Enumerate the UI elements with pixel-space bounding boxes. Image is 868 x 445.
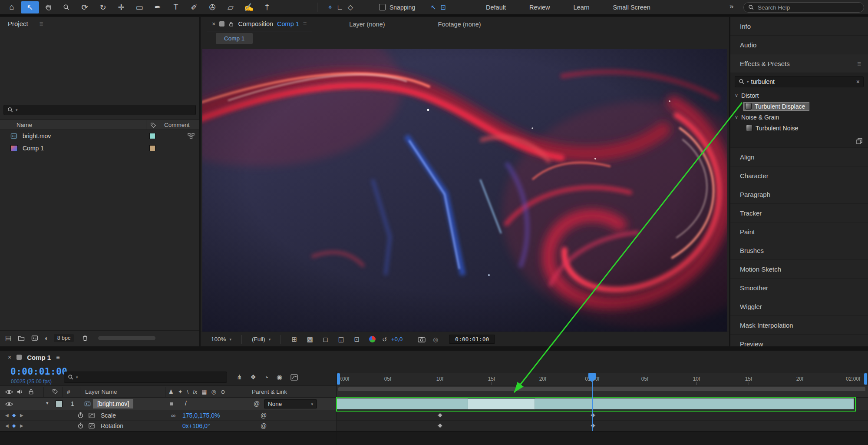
workspace-overflow-button[interactable]: »: [729, 2, 733, 11]
parent-dropdown[interactable]: None ▾: [264, 399, 317, 408]
roto-brush-tool-icon[interactable]: ✍: [240, 1, 258, 13]
close-icon[interactable]: ×: [212, 20, 215, 27]
snapshot-icon[interactable]: [418, 336, 426, 342]
mask-visibility-icon[interactable]: ◻: [320, 335, 331, 343]
graph-editor-icon[interactable]: [290, 374, 298, 381]
time-navigator-handle[interactable]: [864, 373, 867, 385]
motion-blur-switch-icon[interactable]: ◎: [211, 389, 216, 395]
panel-tab-mask-interpolation[interactable]: Mask Interpolation: [730, 316, 868, 335]
reset-exposure-icon[interactable]: ↺: [382, 336, 387, 343]
magnification-dropdown[interactable]: 100% ▾: [208, 335, 234, 343]
time-ruler[interactable]: 0:00f 05f 10f 15f 20f 01:00f 05f 10f 15f…: [337, 373, 868, 385]
resolution-dropdown[interactable]: (Full) ▾: [249, 335, 273, 343]
axis-world-icon[interactable]: ∟: [337, 3, 343, 11]
previous-keyframe-icon[interactable]: ◀: [5, 413, 9, 418]
panel-tab-paragraph[interactable]: Paragraph: [730, 185, 868, 204]
effects-group-noise-grain[interactable]: ∨ Noise & Grain: [730, 112, 868, 123]
lock-column-icon[interactable]: [28, 389, 34, 395]
draft-3d-icon[interactable]: ❖: [251, 373, 256, 381]
layer-expand-toggle[interactable]: ▾: [46, 400, 49, 406]
parent-pickwhip-icon[interactable]: @: [254, 400, 260, 407]
panel-tab-effects-presets[interactable]: Effects & Presets ≡: [730, 54, 868, 73]
layer-row[interactable]: ▾ 1 [bright.mov] / @ None ▾: [0, 398, 337, 410]
pixel-aspect-icon[interactable]: ⊡: [351, 335, 363, 343]
column-divider[interactable]: [160, 120, 160, 130]
column-divider[interactable]: [146, 120, 146, 130]
clear-search-icon[interactable]: ×: [856, 78, 860, 85]
mini-flowchart-icon[interactable]: ⋔: [237, 373, 242, 381]
workspace-tab-review[interactable]: Review: [518, 4, 562, 11]
frame-blend-icon[interactable]: ◔: [264, 374, 268, 381]
tab-footage[interactable]: Footage (none): [427, 21, 492, 28]
effect-item-turbulent-noise[interactable]: Turbulent Noise: [730, 123, 868, 133]
region-of-interest-icon[interactable]: ◱: [335, 335, 347, 343]
keyframe-indicator[interactable]: ◆: [12, 423, 16, 428]
next-keyframe-icon[interactable]: ▶: [20, 413, 23, 418]
panel-menu-icon[interactable]: ≡: [56, 354, 59, 361]
column-layer-name[interactable]: Layer Name: [85, 389, 117, 395]
current-time-indicator[interactable]: [592, 379, 593, 431]
effects-search-input[interactable]: ▾ turbulent ×: [735, 76, 864, 87]
panel-tab-smoother[interactable]: Smoother: [730, 279, 868, 297]
quality-switch[interactable]: /: [185, 400, 187, 407]
keyframe-indicator[interactable]: ◆: [12, 412, 16, 418]
snap-features-icon[interactable]: ⊡: [441, 3, 446, 11]
keyframe-diamond[interactable]: [590, 412, 596, 418]
bit-depth-button[interactable]: 8 bpc: [54, 334, 74, 342]
effects-group-distort[interactable]: ∨ Distort: [730, 90, 868, 101]
stopwatch-icon[interactable]: [77, 412, 84, 418]
workspace-tab-small-screen[interactable]: Small Screen: [601, 4, 662, 11]
next-keyframe-icon[interactable]: ▶: [20, 423, 23, 428]
rotation-value[interactable]: 0x+106,0°: [182, 422, 210, 429]
time-navigator-handle[interactable]: [337, 373, 340, 385]
tab-layer[interactable]: Layer (none): [338, 21, 396, 28]
eye-column-icon[interactable]: [5, 389, 13, 395]
orbit-camera-tool-icon[interactable]: ⟳: [76, 1, 94, 13]
label-column-icon[interactable]: [52, 389, 58, 395]
pan-behind-tool-icon[interactable]: ✛: [112, 1, 130, 13]
panel-tab-info[interactable]: Info: [730, 17, 868, 36]
color-depth-icon[interactable]: ◐: [45, 335, 48, 342]
selection-tool-icon[interactable]: ↖: [21, 1, 39, 13]
label-swatch[interactable]: [149, 133, 155, 139]
label-column-icon[interactable]: [150, 122, 156, 128]
zoom-tool-icon[interactable]: [57, 1, 76, 13]
panel-tab-preview[interactable]: Preview: [730, 335, 868, 346]
snapping-checkbox[interactable]: [379, 4, 386, 10]
keyframe-diamond[interactable]: [437, 412, 443, 418]
layer-name[interactable]: [bright.mov]: [93, 399, 133, 408]
delete-icon[interactable]: [82, 335, 89, 342]
playhead-handle[interactable]: [588, 373, 596, 379]
home-icon[interactable]: ⌂: [3, 1, 21, 13]
show-snapshot-icon[interactable]: ◎: [433, 336, 438, 343]
work-area-bar[interactable]: [338, 387, 865, 391]
clone-stamp-tool-icon[interactable]: ✇: [203, 1, 221, 13]
keyframe-diamond[interactable]: [437, 423, 443, 428]
project-search-input[interactable]: ▾: [3, 105, 196, 115]
show-channel-icon[interactable]: [369, 336, 376, 342]
effects-switch-icon[interactable]: fx: [193, 389, 197, 395]
adjustment-switch-icon[interactable]: ⊙: [221, 389, 225, 395]
panel-tab-audio[interactable]: Audio: [730, 36, 868, 54]
pen-tool-icon[interactable]: ✒: [149, 1, 167, 13]
transparency-grid-icon[interactable]: ▩: [304, 335, 316, 343]
graph-toggle-icon[interactable]: [89, 423, 95, 429]
collapse-switch[interactable]: [170, 402, 173, 405]
layer-visibility-toggle[interactable]: [5, 402, 13, 407]
horizontal-scrollbar[interactable]: [98, 336, 155, 340]
exposure-value[interactable]: +0,0: [391, 336, 403, 342]
audio-column-icon[interactable]: [17, 389, 23, 395]
panel-tab-motion-sketch[interactable]: Motion Sketch: [730, 260, 868, 279]
eraser-tool-icon[interactable]: ▱: [221, 1, 240, 13]
panel-menu-icon[interactable]: ≡: [40, 20, 43, 27]
shy-switch-icon[interactable]: ♟: [168, 389, 174, 395]
panel-tab-tracker[interactable]: Tracker: [730, 204, 868, 222]
panel-tab-brushes[interactable]: Brushes: [730, 241, 868, 260]
project-item-row[interactable]: bright.mov: [0, 130, 199, 142]
panel-tab-paint[interactable]: Paint: [730, 222, 868, 241]
workspace-tab-learn[interactable]: Learn: [562, 4, 601, 11]
help-search-input[interactable]: Search Help: [743, 2, 864, 13]
property-pickwhip-icon[interactable]: @: [261, 412, 267, 419]
graph-toggle-icon[interactable]: [89, 412, 95, 418]
preview-time-display[interactable]: 0:00:01:00: [449, 335, 495, 344]
